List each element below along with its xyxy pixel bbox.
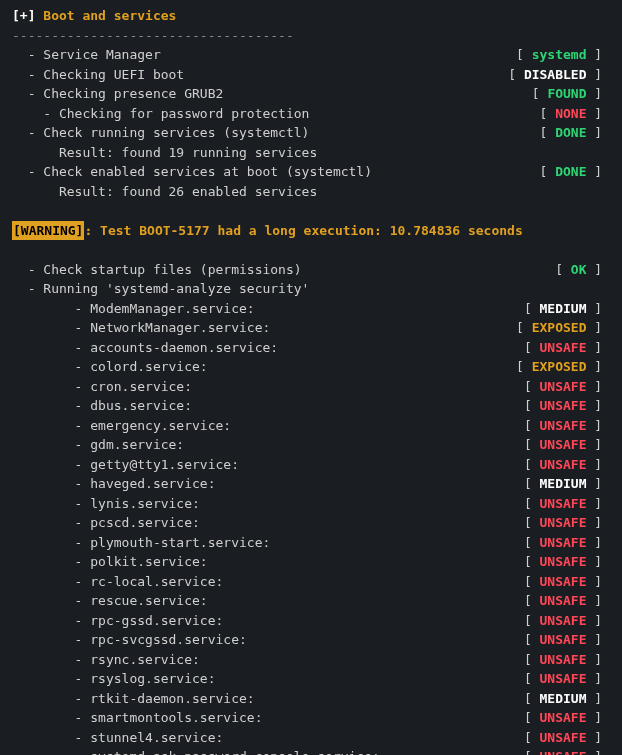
service-name: - cron.service: [12, 377, 192, 397]
service-row: - pcscd.service:[ UNSAFE ] [12, 513, 610, 533]
list-item: - Service Manager[ systemd ] [12, 45, 610, 65]
service-row: - colord.service:[ EXPOSED ] [12, 357, 610, 377]
service-row: - rsyslog.service:[ UNSAFE ] [12, 669, 610, 689]
service-status: [ UNSAFE ] [216, 669, 611, 689]
service-status: [ UNSAFE ] [208, 591, 610, 611]
service-row: - emergency.service:[ UNSAFE ] [12, 416, 610, 436]
status-badge: UNSAFE [540, 574, 587, 589]
service-status: [ UNSAFE ] [184, 435, 610, 455]
status-badge: UNSAFE [540, 632, 587, 647]
service-status: [ EXPOSED ] [270, 318, 610, 338]
item-status: [ OK ] [302, 260, 610, 280]
service-row: - accounts-daemon.service:[ UNSAFE ] [12, 338, 610, 358]
separator-line: ------------------------------------ [12, 26, 610, 46]
boot-items-list: - Service Manager[ systemd ] - Checking … [12, 45, 610, 201]
service-name: - colord.service: [12, 357, 208, 377]
service-name: - systemd-ask-password-console.service: [12, 747, 380, 755]
status-badge: UNSAFE [540, 730, 587, 745]
service-status: [ UNSAFE ] [223, 728, 610, 748]
list-item: - Check running services (systemctl)[ DO… [12, 123, 610, 143]
service-row: - gdm.service:[ UNSAFE ] [12, 435, 610, 455]
blank-line [12, 201, 610, 221]
status-badge: UNSAFE [540, 554, 587, 569]
service-row: - polkit.service:[ UNSAFE ] [12, 552, 610, 572]
service-row: - plymouth-start.service:[ UNSAFE ] [12, 533, 610, 553]
service-name: - getty@tty1.service: [12, 455, 239, 475]
service-status: [ UNSAFE ] [208, 552, 610, 572]
service-name: - NetworkManager.service: [12, 318, 270, 338]
status-badge: UNSAFE [540, 593, 587, 608]
item-label: - Checking UEFI boot [12, 65, 184, 85]
service-name: - rescue.service: [12, 591, 208, 611]
warning-line: [WARNING]: Test BOOT-5177 had a long exe… [12, 221, 610, 241]
status-badge: UNSAFE [540, 535, 587, 550]
service-name: - polkit.service: [12, 552, 208, 572]
status-badge: UNSAFE [540, 457, 587, 472]
item-status: [ FOUND ] [223, 84, 610, 104]
item-label: - Checking presence GRUB2 [12, 84, 223, 104]
service-status: [ UNSAFE ] [223, 572, 610, 592]
service-name: - dbus.service: [12, 396, 192, 416]
service-status: [ MEDIUM ] [216, 474, 611, 494]
service-name: - rsyslog.service: [12, 669, 216, 689]
status-badge: UNSAFE [540, 749, 587, 755]
service-status: [ UNSAFE ] [262, 708, 610, 728]
list-item: - Checking UEFI boot[ DISABLED ] [12, 65, 610, 85]
service-name: - pcscd.service: [12, 513, 200, 533]
service-row: - rtkit-daemon.service:[ MEDIUM ] [12, 689, 610, 709]
header-prefix: [+] [12, 6, 35, 26]
item-label: - Check running services (systemctl) [12, 123, 309, 143]
service-name: - rc-local.service: [12, 572, 223, 592]
item-label: Result: found 26 enabled services [12, 182, 317, 202]
service-name: - rpc-gssd.service: [12, 611, 223, 631]
item-status: [ NONE ] [309, 104, 610, 124]
status-badge: UNSAFE [540, 613, 587, 628]
service-name: - rsync.service: [12, 650, 200, 670]
list-item: - Check startup files (permissions)[ OK … [12, 260, 610, 280]
services-list: - ModemManager.service:[ MEDIUM ] - Netw… [12, 299, 610, 756]
service-status: [ UNSAFE ] [192, 377, 610, 397]
item-label: Result: found 19 running services [12, 143, 317, 163]
service-row: - rescue.service:[ UNSAFE ] [12, 591, 610, 611]
post-warning-items: - Check startup files (permissions)[ OK … [12, 260, 610, 299]
section-header: [+] Boot and services [12, 6, 610, 26]
item-label: - Check enabled services at boot (system… [12, 162, 372, 182]
service-status: [ UNSAFE ] [231, 416, 610, 436]
list-item: - Checking for password protection[ NONE… [12, 104, 610, 124]
item-status: [ systemd ] [161, 45, 610, 65]
service-status: [ UNSAFE ] [239, 455, 610, 475]
warning-text: : Test BOOT-5177 had a long execution: 1… [84, 221, 522, 241]
status-badge: EXPOSED [532, 359, 587, 374]
warning-badge: [WARNING] [12, 221, 84, 241]
status-badge: MEDIUM [540, 691, 587, 706]
service-status: [ EXPOSED ] [208, 357, 610, 377]
service-name: - stunnel4.service: [12, 728, 223, 748]
service-status: [ UNSAFE ] [223, 611, 610, 631]
status-badge: UNSAFE [540, 515, 587, 530]
service-row: - rpc-svcgssd.service:[ UNSAFE ] [12, 630, 610, 650]
item-status: [ DONE ] [309, 123, 610, 143]
list-item: - Check enabled services at boot (system… [12, 162, 610, 182]
service-name: - rtkit-daemon.service: [12, 689, 255, 709]
service-status: [ UNSAFE ] [192, 396, 610, 416]
service-row: - systemd-ask-password-console.service:[… [12, 747, 610, 755]
status-badge: UNSAFE [540, 652, 587, 667]
service-status: [ UNSAFE ] [247, 630, 610, 650]
list-item: Result: found 26 enabled services [12, 182, 610, 202]
item-status: [ DONE ] [372, 162, 610, 182]
header-title: Boot and services [43, 6, 176, 26]
service-row: - smartmontools.service:[ UNSAFE ] [12, 708, 610, 728]
blank-line [12, 240, 610, 260]
service-row: - lynis.service:[ UNSAFE ] [12, 494, 610, 514]
service-status: [ UNSAFE ] [278, 338, 610, 358]
status-badge: UNSAFE [540, 710, 587, 725]
status-badge: MEDIUM [540, 476, 587, 491]
item-label: - Running 'systemd-analyze security' [12, 279, 309, 299]
status-badge: UNSAFE [540, 496, 587, 511]
status-badge: UNSAFE [540, 671, 587, 686]
service-status: [ UNSAFE ] [200, 650, 610, 670]
status-badge: UNSAFE [540, 437, 587, 452]
service-row: - haveged.service:[ MEDIUM ] [12, 474, 610, 494]
service-status: [ MEDIUM ] [255, 299, 610, 319]
service-name: - ModemManager.service: [12, 299, 255, 319]
